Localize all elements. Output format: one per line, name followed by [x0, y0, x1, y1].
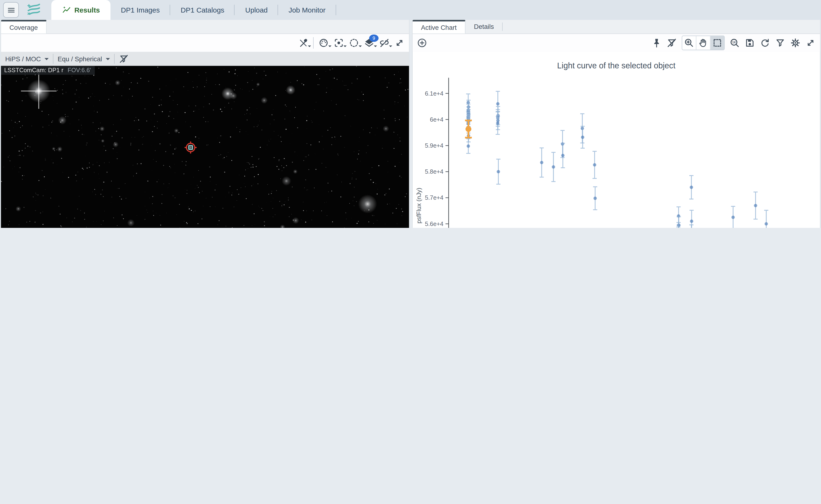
- svg-text:5.6e+4: 5.6e+4: [425, 221, 443, 227]
- funnel-off-icon[interactable]: [667, 38, 677, 48]
- funnel-off-icon[interactable]: [119, 54, 129, 64]
- count-badge: 9: [369, 35, 379, 42]
- svg-text:5.9e+4: 5.9e+4: [425, 142, 443, 149]
- coverage-tab-strip: Coverage: [1, 20, 409, 34]
- expand-icon[interactable]: [394, 38, 405, 48]
- hand-icon: [698, 38, 709, 48]
- nav-tab-label: DP1 Catalogs: [181, 6, 224, 14]
- circle-plus-icon[interactable]: [417, 38, 427, 48]
- layers-icon[interactable]: 9: [364, 38, 374, 48]
- hamburger-icon: [7, 5, 16, 14]
- nav-tab-dp1-catalogs[interactable]: DP1 Catalogs: [170, 0, 235, 20]
- center-target-icon[interactable]: [334, 38, 344, 48]
- funnel-icon[interactable]: [775, 38, 785, 48]
- nav-tab-job-monitor[interactable]: Job Monitor: [278, 0, 336, 20]
- zoom-in-icon: [684, 38, 694, 48]
- chart-title: Light curve of the selected object: [557, 61, 676, 70]
- rect-select-button[interactable]: [711, 36, 724, 50]
- divider: [313, 37, 314, 49]
- top-navbar: ResultsDP1 ImagesDP1 CatalogsUploadJob M…: [0, 0, 821, 20]
- svg-text:1X: 1X: [732, 41, 736, 44]
- fov-label: FOV:6.6': [67, 67, 91, 73]
- image-toolbar: 9: [1, 34, 409, 52]
- chart-toolbar: 1X: [413, 34, 820, 52]
- tab-active-chart[interactable]: Active Chart: [413, 20, 465, 33]
- sky-image[interactable]: [1, 66, 409, 228]
- tab-coverage[interactable]: Coverage: [1, 20, 47, 33]
- zoom-1x-icon[interactable]: 1X: [729, 38, 740, 48]
- nav-tab-label: DP1 Images: [121, 6, 160, 14]
- rect-select-icon: [712, 38, 723, 48]
- hips-moc-label: HiPS / MOC: [5, 55, 41, 62]
- svg-text:6.1e+4: 6.1e+4: [425, 90, 443, 97]
- rotate-icon[interactable]: [760, 38, 770, 48]
- image-title: LSSTComCam: DP1 r: [4, 67, 63, 73]
- image-sub-toolbar: HiPS / MOC Equ / Spherical: [1, 52, 409, 66]
- y-axis-label: psfFlux (nJy): [415, 188, 422, 223]
- chart-mode-group: [682, 35, 725, 50]
- chevron-down-icon: [44, 58, 49, 62]
- selected-point: [465, 126, 471, 132]
- projection-dropdown[interactable]: Equ / Spherical: [58, 55, 110, 62]
- sky-image-viewer[interactable]: LSSTComCam: DP1 r FOV:6.6' EQ-J2000: Cli: [1, 66, 409, 228]
- nav-tab-label: Results: [74, 6, 100, 14]
- tools-icon[interactable]: [298, 38, 308, 48]
- chevron-down-icon: [106, 58, 110, 62]
- gear-icon[interactable]: [790, 38, 801, 48]
- divider: [114, 54, 115, 64]
- nav-tab-dp1-images[interactable]: DP1 Images: [110, 0, 170, 20]
- firefly-logo-icon: [25, 2, 42, 18]
- pin-icon[interactable]: [652, 38, 662, 48]
- spark-chart-icon: [62, 5, 71, 15]
- nav-tab-results[interactable]: Results: [51, 0, 110, 20]
- chart-tab-strip: Active ChartDetails: [413, 20, 820, 34]
- light-curve-chart[interactable]: Light curve of the selected object6.1e+4…: [413, 52, 820, 228]
- svg-text:5.8e+4: 5.8e+4: [425, 168, 443, 175]
- coverage-panel: Coverage 9 HiPS / MOC Equ / Spherical LS…: [0, 20, 409, 228]
- tab-details[interactable]: Details: [465, 20, 502, 33]
- svg-text:5.7e+4: 5.7e+4: [425, 195, 443, 201]
- chart-panel: Active ChartDetails 1X Light curve of th…: [412, 20, 821, 228]
- svg-text:6e+4: 6e+4: [430, 116, 443, 123]
- main-area: Coverage 9 HiPS / MOC Equ / Spherical LS…: [0, 20, 821, 228]
- hand-button[interactable]: [697, 36, 711, 50]
- save-icon[interactable]: [745, 38, 755, 48]
- menu-button[interactable]: [3, 2, 19, 18]
- nav-tab-label: Upload: [245, 6, 268, 14]
- palette-icon[interactable]: [318, 38, 329, 48]
- app-logo[interactable]: [22, 0, 45, 20]
- top-nav-tabs: ResultsDP1 ImagesDP1 CatalogsUploadJob M…: [51, 0, 336, 20]
- select-circle-icon[interactable]: [349, 38, 359, 48]
- zoom-in-button[interactable]: [682, 36, 697, 50]
- target-marker-icon[interactable]: [184, 141, 197, 154]
- unlink-icon[interactable]: [379, 38, 389, 48]
- expand-icon[interactable]: [805, 38, 816, 48]
- hips-moc-dropdown[interactable]: HiPS / MOC: [5, 55, 49, 62]
- tab-label: Details: [474, 23, 494, 30]
- nav-tab-label: Job Monitor: [289, 6, 326, 14]
- nav-tab-upload[interactable]: Upload: [235, 0, 278, 20]
- projection-label: Equ / Spherical: [58, 55, 102, 62]
- image-label: LSSTComCam: DP1 r FOV:6.6': [1, 66, 94, 75]
- app-root: ResultsDP1 ImagesDP1 CatalogsUploadJob M…: [0, 0, 821, 228]
- tab-label: Active Chart: [421, 24, 457, 31]
- divider: [53, 54, 53, 64]
